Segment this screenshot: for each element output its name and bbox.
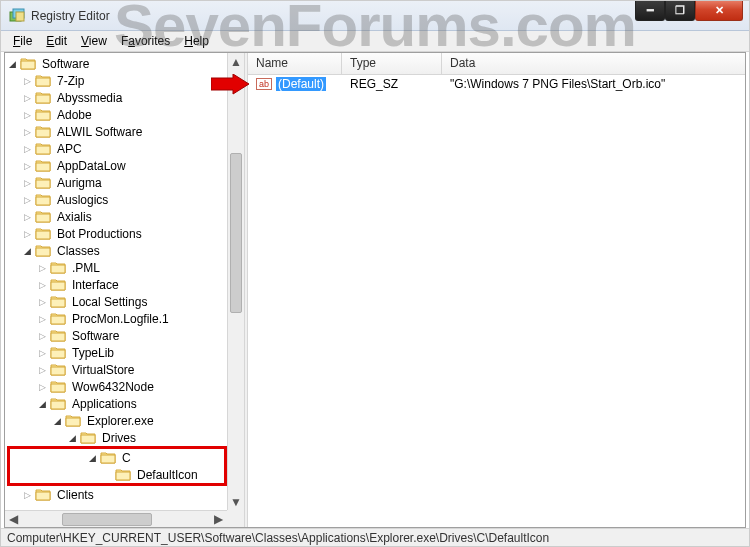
tree-label: Auslogics xyxy=(55,193,110,207)
tree-node[interactable]: ▷ ProcMon.Logfile.1 xyxy=(5,310,227,327)
expand-icon[interactable]: ◢ xyxy=(85,450,100,465)
tree-node[interactable]: ▷ 7-Zip xyxy=(5,72,227,89)
tree-node[interactable]: ◢ Explorer.exe xyxy=(5,412,227,429)
tree-node[interactable]: ▷ Wow6432Node xyxy=(5,378,227,395)
scroll-up-icon[interactable]: ▲ xyxy=(228,53,244,70)
value-name: (Default) xyxy=(276,77,326,91)
tree-node[interactable]: ▷ Auslogics xyxy=(5,191,227,208)
scrollbar-thumb[interactable] xyxy=(230,153,242,313)
expand-icon[interactable]: ◢ xyxy=(65,430,80,445)
expand-icon[interactable]: ▷ xyxy=(35,311,50,326)
menu-favorites[interactable]: Favorites xyxy=(115,32,176,50)
tree-node[interactable]: ▷ Bot Productions xyxy=(5,225,227,242)
expand-icon[interactable]: ▷ xyxy=(20,226,35,241)
expand-icon[interactable]: ▷ xyxy=(20,73,35,88)
list-body[interactable]: ab (Default) REG_SZ "G:\Windows 7 PNG Fi… xyxy=(248,75,745,527)
window-buttons: ━ ❐ ✕ xyxy=(635,1,743,21)
scroll-left-icon[interactable]: ◀ xyxy=(5,511,22,528)
tree-node[interactable]: ◢ Software xyxy=(5,55,227,72)
tree-node[interactable]: ▷ VirtualStore xyxy=(5,361,227,378)
expand-icon[interactable]: ▷ xyxy=(20,141,35,156)
expand-icon[interactable]: ▷ xyxy=(20,209,35,224)
expand-icon[interactable]: ◢ xyxy=(35,396,50,411)
tree-label: Aurigma xyxy=(55,176,104,190)
status-bar: Computer\HKEY_CURRENT_USER\Software\Clas… xyxy=(1,528,749,546)
expand-icon[interactable]: ▷ xyxy=(20,487,35,502)
tree-node[interactable]: ◢ C xyxy=(10,449,224,466)
minimize-button[interactable]: ━ xyxy=(635,1,665,21)
string-value-icon: ab xyxy=(256,76,272,92)
menu-edit[interactable]: Edit xyxy=(40,32,73,50)
expand-icon[interactable]: ▷ xyxy=(35,379,50,394)
tree-node[interactable]: ▷ TypeLib xyxy=(5,344,227,361)
expand-icon[interactable]: ◢ xyxy=(50,413,65,428)
menu-file[interactable]: File xyxy=(7,32,38,50)
expand-icon[interactable]: ▷ xyxy=(35,362,50,377)
maximize-button[interactable]: ❐ xyxy=(665,1,695,21)
tree-label: C xyxy=(120,451,133,465)
expand-icon[interactable]: ◢ xyxy=(5,56,20,71)
tree-label: DefaultIcon xyxy=(135,468,200,482)
expand-icon[interactable]: ▷ xyxy=(20,158,35,173)
tree-node[interactable]: ◢ Classes xyxy=(5,242,227,259)
tree-label: Wow6432Node xyxy=(70,380,156,394)
tree-node[interactable]: ◢ Applications xyxy=(5,395,227,412)
tree-label: Software xyxy=(70,329,121,343)
scrollbar-thumb[interactable] xyxy=(62,513,152,526)
folder-icon xyxy=(100,451,116,464)
tree-node[interactable]: ▷ .PML xyxy=(5,259,227,276)
tree-node[interactable]: ▷ Local Settings xyxy=(5,293,227,310)
tree-label: Classes xyxy=(55,244,102,258)
scroll-right-icon[interactable]: ▶ xyxy=(210,511,227,528)
expand-icon[interactable]: ▷ xyxy=(35,277,50,292)
expand-icon[interactable]: ◢ xyxy=(20,243,35,258)
menu-help[interactable]: Help xyxy=(178,32,215,50)
tree-node[interactable]: ▷ AppDataLow xyxy=(5,157,227,174)
tree-label: TypeLib xyxy=(70,346,116,360)
folder-icon xyxy=(35,488,51,501)
tree-horizontal-scrollbar[interactable]: ◀ ▶ xyxy=(5,510,227,527)
scroll-down-icon[interactable]: ▼ xyxy=(228,493,244,510)
svg-rect-2 xyxy=(16,12,24,21)
list-row[interactable]: ab (Default) REG_SZ "G:\Windows 7 PNG Fi… xyxy=(248,75,745,93)
tree-node[interactable]: ▷ Abyssmedia xyxy=(5,89,227,106)
folder-icon xyxy=(20,57,36,70)
col-type[interactable]: Type xyxy=(342,53,442,74)
tree-node[interactable]: ◢ Drives xyxy=(5,429,227,446)
tree-label: Abyssmedia xyxy=(55,91,124,105)
tree-label: Bot Productions xyxy=(55,227,144,241)
expand-icon[interactable]: ▷ xyxy=(35,260,50,275)
expand-icon[interactable]: ▷ xyxy=(20,192,35,207)
folder-icon xyxy=(35,74,51,87)
tree-label: Axialis xyxy=(55,210,94,224)
expand-icon[interactable]: ▷ xyxy=(20,90,35,105)
expand-icon[interactable]: ▷ xyxy=(35,345,50,360)
tree-node[interactable]: ▷ APC xyxy=(5,140,227,157)
tree-node[interactable]: ▷ Software xyxy=(5,327,227,344)
expand-icon[interactable]: ▷ xyxy=(20,124,35,139)
tree-node[interactable]: DefaultIcon xyxy=(10,466,224,483)
expand-icon[interactable]: ▷ xyxy=(20,175,35,190)
tree-node[interactable]: ▷ Clients xyxy=(5,486,227,503)
regedit-icon xyxy=(9,8,25,24)
tree-label: Local Settings xyxy=(70,295,149,309)
close-button[interactable]: ✕ xyxy=(695,1,743,21)
tree-label: Adobe xyxy=(55,108,94,122)
col-data[interactable]: Data xyxy=(442,53,745,74)
tree-node[interactable]: ▷ Adobe xyxy=(5,106,227,123)
tree-label: 7-Zip xyxy=(55,74,86,88)
tree-pane: ◢ Software ▷ 7-Zip ▷ Abyssmedia ▷ Adobe … xyxy=(5,53,244,527)
tree-node[interactable]: ▷ ALWIL Software xyxy=(5,123,227,140)
tree-vertical-scrollbar[interactable]: ▲ ▼ xyxy=(227,53,244,510)
tree-label: APC xyxy=(55,142,84,156)
menu-view[interactable]: View xyxy=(75,32,113,50)
tree-node[interactable]: ▷ Aurigma xyxy=(5,174,227,191)
expand-icon[interactable]: ▷ xyxy=(35,328,50,343)
tree-node[interactable]: ▷ Axialis xyxy=(5,208,227,225)
expand-icon[interactable]: ▷ xyxy=(35,294,50,309)
scroll-corner xyxy=(227,510,244,527)
tree-scroll[interactable]: ◢ Software ▷ 7-Zip ▷ Abyssmedia ▷ Adobe … xyxy=(5,53,227,510)
col-name[interactable]: Name xyxy=(248,53,342,74)
expand-icon[interactable]: ▷ xyxy=(20,107,35,122)
tree-node[interactable]: ▷ Interface xyxy=(5,276,227,293)
